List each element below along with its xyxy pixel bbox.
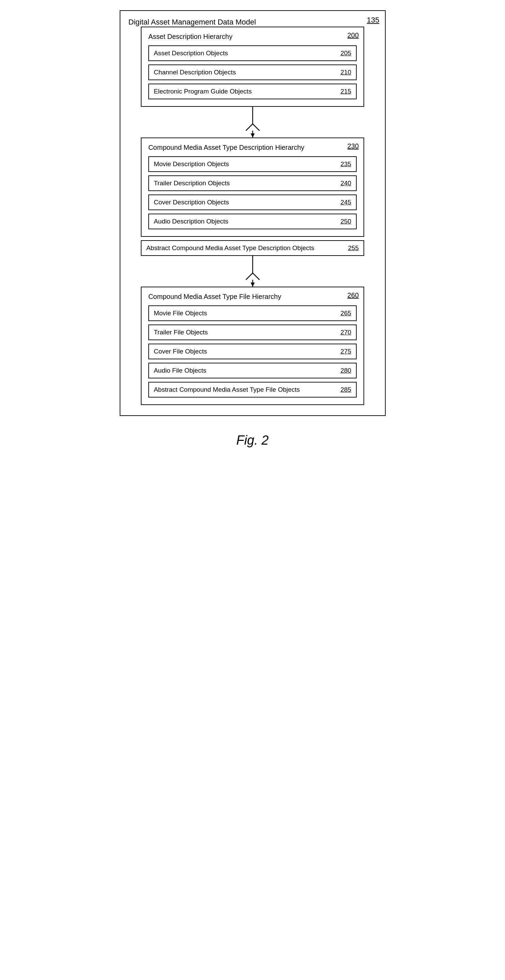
list-item: Channel Description Objects 210 <box>148 65 357 80</box>
outer-title: Digital Asset Management Data Model <box>129 18 256 26</box>
list-item: Trailer Description Objects 240 <box>148 175 357 191</box>
abstract-row-h2: Abstract Compound Media Asset Type Descr… <box>141 240 364 256</box>
hierarchy2-title: Compound Media Asset Type Description Hi… <box>148 144 357 151</box>
hierarchy3-box: Compound Media Asset Type File Hierarchy… <box>141 286 364 405</box>
list-item: Audio File Objects 280 <box>148 363 357 379</box>
svg-line-7 <box>252 273 259 280</box>
list-item: Movie File Objects 265 <box>148 305 357 321</box>
svg-marker-4 <box>251 134 255 137</box>
list-item: Abstract Compound Media Asset Type File … <box>148 382 357 398</box>
hierarchy3-title: Compound Media Asset Type File Hierarchy <box>148 293 357 301</box>
list-item: Asset Description Objects 205 <box>148 45 357 61</box>
outer-number: 135 <box>367 16 380 25</box>
svg-line-1 <box>246 124 252 131</box>
svg-line-6 <box>246 273 252 280</box>
page-container: Digital Asset Management Data Model 135 … <box>120 10 386 448</box>
list-item: Electronic Program Guide Objects 215 <box>148 84 357 99</box>
list-item: Audio Description Objects 250 <box>148 213 357 229</box>
hierarchy3-number: 260 <box>348 291 359 299</box>
hierarchy2-box: Compound Media Asset Type Description Hi… <box>141 137 364 237</box>
list-item: Cover Description Objects 245 <box>148 194 357 210</box>
list-item: Movie Description Objects 235 <box>148 156 357 172</box>
list-item: Trailer File Objects 270 <box>148 325 357 340</box>
outer-box: Digital Asset Management Data Model 135 … <box>120 10 386 416</box>
svg-line-2 <box>252 124 259 131</box>
svg-marker-9 <box>251 283 255 286</box>
hierarchy1-number: 200 <box>348 32 359 39</box>
fig-label: Fig. 2 <box>236 433 269 448</box>
hierarchy1-box: Asset Description Hierarchy 200 Asset De… <box>141 27 364 107</box>
hierarchy2-number: 230 <box>348 142 359 150</box>
arrow-h2-h3 <box>129 256 377 286</box>
hierarchy1-title: Asset Description Hierarchy <box>148 33 357 41</box>
list-item: Cover File Objects 275 <box>148 344 357 359</box>
arrow-h1-h2 <box>129 107 377 137</box>
